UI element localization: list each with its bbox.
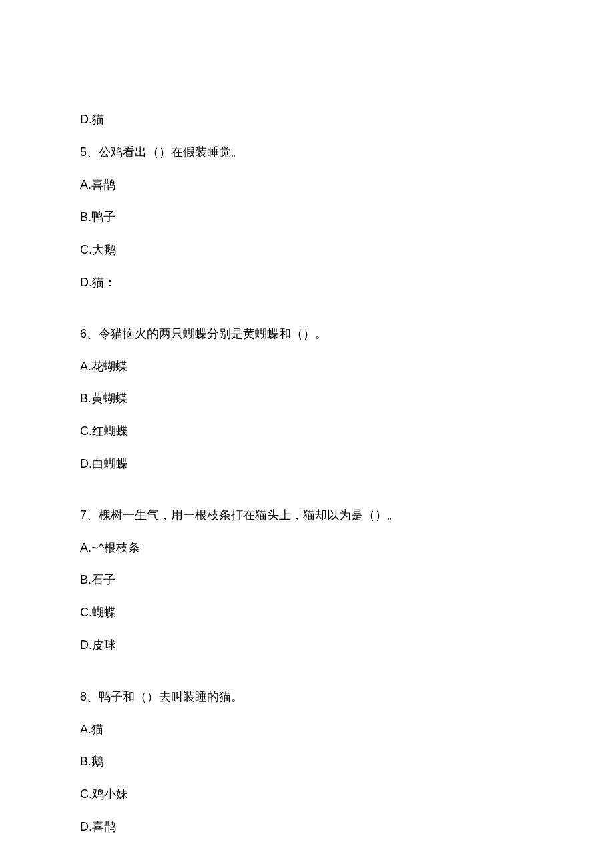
answer-option: B.石子 xyxy=(80,570,534,590)
option-text: 石子 xyxy=(91,573,115,586)
option-letter: B. xyxy=(80,392,91,405)
question-number: 7 xyxy=(80,508,87,522)
blank-line xyxy=(80,306,534,324)
question-stem: 8、鸭子和（）去叫装睡的猫。 xyxy=(80,687,534,707)
question-number: 6 xyxy=(80,327,87,340)
option-letter: D. xyxy=(80,638,92,652)
option-text: 猫 xyxy=(91,723,103,736)
option-text: 花蝴蝶 xyxy=(91,360,127,373)
question-text: 、槐树一生气，用一根枝条打在猫头上，猫却以为是（）。 xyxy=(87,508,399,522)
answer-option: B.鹅 xyxy=(80,752,534,771)
question-text: 、鸭子和（）去叫装睡的猫。 xyxy=(87,690,243,703)
answer-option: A.~^根枝条 xyxy=(80,538,534,558)
option-letter: A. xyxy=(80,723,91,736)
option-letter: D. xyxy=(80,820,92,833)
option-letter: B. xyxy=(80,755,91,768)
option-text: 根枝条 xyxy=(104,541,140,554)
option-letter: D. xyxy=(80,276,92,289)
answer-option: C.蝴蝶 xyxy=(80,603,534,622)
answer-option: A.花蝴蝶 xyxy=(80,357,534,376)
answer-option: D.猫 xyxy=(80,110,534,129)
option-letter: B. xyxy=(80,210,91,224)
answer-option: D.喜鹊 xyxy=(80,817,534,837)
option-letter: A.~^ xyxy=(80,541,104,554)
answer-option: A.猫 xyxy=(80,720,534,739)
answer-option: C.鸡小妹 xyxy=(80,785,534,804)
option-letter: D. xyxy=(80,457,92,470)
answer-option: D.白蝴蝶 xyxy=(80,454,534,474)
answer-option: C.大鹅 xyxy=(80,240,534,260)
document-page: D.猫5、公鸡看出（）在假装睡觉。A.喜鹊B.鸭子C.大鹅D.猫：6、令猫恼火的… xyxy=(0,0,614,868)
answer-option: B.鸭子 xyxy=(80,207,534,227)
option-text: 猫 xyxy=(92,113,104,126)
option-letter: C. xyxy=(80,606,92,619)
option-text: 喜鹊 xyxy=(92,820,116,833)
blank-line xyxy=(80,487,534,506)
question-stem: 5、公鸡看出（）在假装睡觉。 xyxy=(80,143,534,162)
question-number: 8 xyxy=(80,690,87,703)
question-number: 5 xyxy=(80,145,87,159)
option-text: 红蝴蝶 xyxy=(92,424,128,438)
blank-line xyxy=(80,669,534,687)
question-text: 、公鸡看出（）在假装睡觉。 xyxy=(87,145,243,159)
option-text: 白蝴蝶 xyxy=(92,457,128,470)
option-letter: B. xyxy=(80,573,91,586)
question-text: 、令猫恼火的两只蝴蝶分别是黄蝴蝶和（）。 xyxy=(87,327,327,340)
option-text: 鹅 xyxy=(91,755,103,768)
option-letter: A. xyxy=(80,360,91,373)
option-text: 喜鹊 xyxy=(91,178,115,191)
answer-option: D.皮球 xyxy=(80,636,534,655)
option-text: 鸭子 xyxy=(91,210,115,224)
option-text: 鸡小妹 xyxy=(92,787,128,801)
answer-option: C.红蝴蝶 xyxy=(80,422,534,441)
option-text: 蝴蝶 xyxy=(92,606,116,619)
option-letter: C. xyxy=(80,424,92,438)
option-letter: D. xyxy=(80,113,92,126)
option-text: 皮球 xyxy=(92,638,116,652)
answer-option: D.猫： xyxy=(80,273,534,292)
answer-option: A.喜鹊 xyxy=(80,175,534,195)
option-text: 猫： xyxy=(92,276,116,289)
option-text: 黄蝴蝶 xyxy=(91,392,127,405)
option-letter: C. xyxy=(80,243,92,256)
option-letter: C. xyxy=(80,787,92,801)
question-stem: 7、槐树一生气，用一根枝条打在猫头上，猫却以为是（）。 xyxy=(80,506,534,525)
question-stem: 6、令猫恼火的两只蝴蝶分别是黄蝴蝶和（）。 xyxy=(80,324,534,344)
option-letter: A. xyxy=(80,178,91,191)
option-text: 大鹅 xyxy=(92,243,116,256)
answer-option: B.黄蝴蝶 xyxy=(80,389,534,408)
